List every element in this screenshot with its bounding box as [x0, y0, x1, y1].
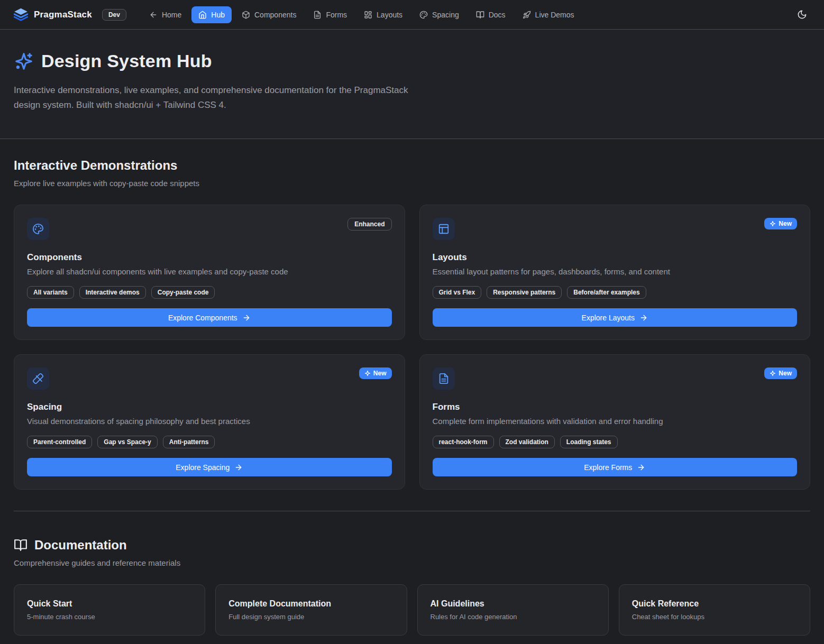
badge-label: New: [779, 370, 792, 377]
demo-card-forms: New Forms Complete form implementations …: [419, 354, 811, 490]
card-description: Visual demonstrations of spacing philoso…: [27, 417, 392, 426]
nav-item-live-demos[interactable]: Live Demos: [516, 6, 581, 23]
sparkles-icon: [770, 370, 776, 376]
page-title: Design System Hub: [41, 51, 212, 71]
feature-tag: Zod validation: [499, 436, 555, 448]
nav-item-docs[interactable]: Docs: [469, 6, 512, 23]
arrow-right-icon: [242, 314, 251, 322]
book-open-icon: [14, 538, 28, 552]
main-content: Interactive Demonstrations Explore live …: [0, 139, 824, 636]
page-subtitle: Interactive demonstrations, live example…: [14, 83, 409, 112]
doc-card-description: Cheat sheet for lookups: [632, 613, 797, 621]
docs-section-title: Documentation: [34, 538, 127, 553]
card-description: Essential layout patterns for pages, das…: [433, 267, 798, 276]
docs-section-subtitle: Comprehensive guides and reference mater…: [14, 558, 810, 567]
new-badge: New: [764, 367, 797, 379]
brand[interactable]: PragmaStack Dev: [14, 7, 126, 22]
nav-item-label: Spacing: [432, 11, 459, 19]
feature-tag: Before/after examples: [567, 286, 646, 299]
card-title: Spacing: [27, 402, 392, 412]
feature-tag: All variants: [27, 286, 74, 299]
documentation-section: Documentation Comprehensive guides and r…: [14, 538, 810, 636]
doc-card-ai-guidelines[interactable]: AI Guidelines Rules for AI code generati…: [417, 584, 609, 636]
card-title: Layouts: [433, 252, 798, 263]
palette-icon: [419, 11, 428, 19]
sparkles-icon: [14, 51, 34, 71]
doc-card-title: AI Guidelines: [431, 599, 596, 609]
moon-icon: [797, 10, 807, 20]
explore-forms-button[interactable]: Explore Forms: [433, 458, 798, 476]
explore-components-button[interactable]: Explore Components: [27, 308, 392, 327]
arrow-right-icon: [639, 314, 648, 322]
badge-label: New: [779, 220, 792, 227]
demo-card-spacing: New Spacing Visual demonstrations of spa…: [14, 354, 405, 490]
nav-item-label: Home: [162, 11, 181, 19]
arrow-left-icon: [149, 11, 158, 19]
nav-item-layouts[interactable]: Layouts: [357, 6, 409, 23]
demo-card-components: Enhanced Components Explore all shadcn/u…: [14, 205, 405, 340]
sparkles-icon: [364, 370, 371, 376]
palette-icon: [27, 218, 49, 240]
nav-item-spacing[interactable]: Spacing: [413, 6, 466, 23]
demos-section-subtitle: Explore live examples with copy-paste co…: [14, 179, 810, 188]
nav-item-forms[interactable]: Forms: [306, 6, 354, 23]
nav-item-label: Layouts: [377, 11, 402, 19]
button-label: Explore Components: [168, 314, 237, 322]
book-open-icon: [476, 11, 484, 19]
card-description: Complete form implementations with valid…: [433, 417, 798, 426]
nav-item-label: Forms: [326, 11, 347, 19]
nav-item-components[interactable]: Components: [235, 6, 303, 23]
status-badge: Enhanced: [347, 218, 391, 231]
nav-item-home[interactable]: Home: [142, 6, 188, 23]
button-label: Explore Spacing: [176, 463, 230, 472]
layers-logo-icon: [14, 7, 28, 22]
nav-item-label: Docs: [489, 11, 506, 19]
button-label: Explore Layouts: [582, 314, 635, 322]
new-badge: New: [764, 218, 797, 229]
doc-card-quick-start[interactable]: Quick Start 5-minute crash course: [14, 584, 205, 636]
package-icon: [242, 11, 250, 19]
demo-card-grid: Enhanced Components Explore all shadcn/u…: [14, 205, 810, 490]
home-icon: [198, 11, 207, 19]
file-text-icon: [433, 367, 455, 390]
doc-card-grid: Quick Start 5-minute crash course Comple…: [14, 584, 810, 636]
layout-template-icon: [433, 218, 455, 240]
demos-section-title: Interactive Demonstrations: [14, 158, 810, 173]
feature-tag: react-hook-form: [433, 436, 494, 448]
doc-card-title: Quick Start: [27, 599, 192, 609]
nav-item-label: Components: [254, 11, 296, 19]
file-text-icon: [313, 11, 322, 19]
nav-item-label: Hub: [211, 11, 225, 19]
nav-item-label: Live Demos: [535, 11, 574, 19]
feature-tag: Gap vs Space-y: [97, 436, 157, 448]
doc-card-title: Complete Documentation: [228, 599, 393, 609]
new-badge: New: [359, 367, 392, 379]
layout-dashboard-icon: [364, 11, 372, 19]
theme-toggle-button[interactable]: [794, 6, 810, 23]
feature-tag: Loading states: [560, 436, 618, 448]
card-title: Forms: [433, 402, 798, 412]
section-divider: [14, 511, 810, 511]
nav-item-hub[interactable]: Hub: [191, 6, 232, 23]
feature-tag: Copy-paste code: [151, 286, 215, 299]
badge-label: New: [373, 370, 387, 377]
feature-tag: Parent-controlled: [27, 436, 92, 448]
doc-card-description: Full design system guide: [228, 613, 393, 621]
explore-spacing-button[interactable]: Explore Spacing: [27, 458, 392, 476]
sparkles-icon: [770, 220, 776, 227]
doc-card-description: Rules for AI code generation: [431, 613, 596, 621]
brand-name: PragmaStack: [34, 10, 92, 20]
button-label: Explore Forms: [584, 463, 632, 472]
feature-tag: Anti-patterns: [163, 436, 215, 448]
arrow-right-icon: [234, 463, 243, 472]
doc-card-description: 5-minute crash course: [27, 613, 192, 621]
doc-card-complete-documentation[interactable]: Complete Documentation Full design syste…: [215, 584, 407, 636]
feature-tag: Grid vs Flex: [433, 286, 482, 299]
arrow-right-icon: [637, 463, 645, 472]
explore-layouts-button[interactable]: Explore Layouts: [433, 308, 798, 327]
rocket-icon: [523, 11, 531, 19]
doc-card-quick-reference[interactable]: Quick Reference Cheat sheet for lookups: [619, 584, 810, 636]
feature-tag: Responsive patterns: [487, 286, 562, 299]
navbar: PragmaStack Dev Home Hub Components Fo: [0, 0, 824, 30]
ruler-icon: [27, 367, 49, 390]
